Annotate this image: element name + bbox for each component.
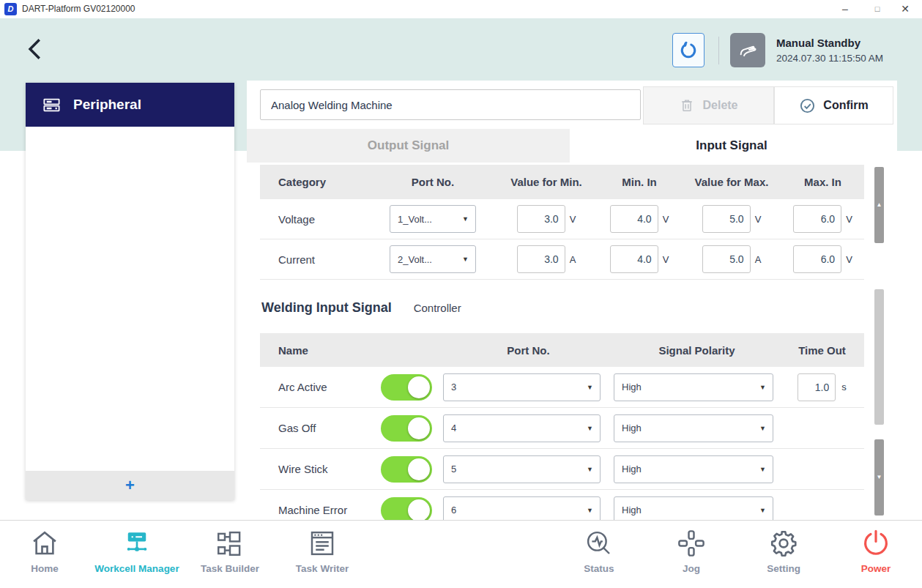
- task-builder-icon: [215, 528, 245, 559]
- scroll-up-button[interactable]: ▲: [874, 167, 884, 243]
- analog-table-header: Category Port No. Value for Min. Min. In…: [260, 165, 864, 199]
- chevron-down-icon: ▼: [759, 384, 766, 391]
- toggle-knob: [408, 458, 430, 480]
- robot-status-label: Manual Standby: [776, 37, 860, 49]
- current-value-for-max-input[interactable]: [702, 245, 751, 273]
- col-port-no: Port No.: [507, 344, 549, 357]
- voltage-port-dropdown[interactable]: 1_Volt... ▼: [390, 205, 476, 233]
- row-label: Arc Active: [260, 381, 327, 393]
- back-button[interactable]: [22, 35, 50, 63]
- current-max-in-input[interactable]: [793, 245, 841, 273]
- unit-label: V: [755, 214, 762, 225]
- current-min-in-input[interactable]: [610, 245, 658, 273]
- unit-label: s: [841, 382, 847, 392]
- dropdown-value: 6: [451, 505, 456, 516]
- dropdown-value: 5: [451, 464, 456, 475]
- col-signal-polarity: Signal Polarity: [658, 344, 735, 357]
- nav-power[interactable]: Power: [817, 528, 922, 574]
- voltage-min-in-input[interactable]: [610, 205, 658, 233]
- dropdown-value: 1_Volt...: [398, 214, 432, 225]
- wire-stick-polarity-dropdown[interactable]: High ▼: [614, 455, 773, 483]
- voltage-value-for-min-input[interactable]: [517, 205, 565, 233]
- current-value-for-min-input[interactable]: [517, 245, 565, 273]
- dropdown-value: High: [622, 423, 642, 433]
- arc-active-polarity-dropdown[interactable]: High ▼: [614, 373, 773, 401]
- header-background-right: [897, 81, 922, 151]
- header-background: [0, 18, 922, 81]
- gas-off-port-dropdown[interactable]: 4 ▼: [443, 414, 601, 442]
- wire-stick-toggle[interactable]: [381, 456, 432, 483]
- dropdown-value: 4: [451, 423, 456, 433]
- arc-active-timeout-input[interactable]: [798, 373, 836, 401]
- delete-button[interactable]: Delete: [643, 86, 774, 124]
- scroll-down-button[interactable]: ▼: [874, 439, 884, 516]
- dropdown-value: High: [622, 505, 642, 516]
- nav-task-writer[interactable]: Task Writer: [264, 528, 381, 574]
- window-title: DART-Platform GV02120000: [22, 4, 135, 14]
- confirm-check-icon: [799, 97, 816, 114]
- col-category: Category: [260, 176, 326, 188]
- chevron-down-icon: ▼: [759, 425, 766, 432]
- unit-label: V: [663, 214, 669, 225]
- table-row-current: Current 2_Volt... ▼ A V A V: [260, 239, 864, 280]
- robot-gripper-icon: [677, 40, 699, 62]
- add-peripheral-button[interactable]: +: [26, 471, 234, 500]
- wire-stick-port-dropdown[interactable]: 5 ▼: [443, 455, 601, 483]
- dropdown-value: 2_Volt...: [398, 254, 432, 265]
- peripheral-icon: [42, 95, 62, 115]
- peripheral-sidebar-header: Peripheral: [26, 83, 234, 127]
- home-icon: [29, 528, 60, 559]
- task-writer-icon: [307, 528, 338, 559]
- hand-icon: [736, 39, 759, 62]
- voltage-max-in-input[interactable]: [793, 205, 841, 233]
- col-value-for-max: Value for Max.: [695, 176, 769, 188]
- gas-off-polarity-dropdown[interactable]: High ▼: [614, 414, 773, 442]
- app-logo-icon: D: [4, 3, 17, 15]
- tab-output-signal[interactable]: Output Signal: [247, 129, 570, 163]
- scrollbar-thumb[interactable]: [874, 289, 884, 425]
- col-min-in: Min. In: [622, 176, 657, 188]
- maximize-button[interactable]: □: [865, 0, 890, 18]
- welding-section-header: Welding Input Signal Controller: [261, 300, 461, 316]
- col-max-in: Max. In: [804, 176, 841, 188]
- machine-error-polarity-dropdown[interactable]: High ▼: [614, 496, 773, 521]
- arc-active-port-dropdown[interactable]: 3 ▼: [443, 373, 601, 401]
- signal-row-machine-error: Machine Error 6 ▼ High ▼: [260, 490, 864, 520]
- dropdown-value: High: [622, 382, 642, 392]
- manual-mode-badge[interactable]: [730, 33, 765, 67]
- section-title: Welding Input Signal: [261, 300, 392, 316]
- signal-row-wire-stick: Wire Stick 5 ▼ High ▼: [260, 449, 864, 490]
- tab-input-signal[interactable]: Input Signal: [570, 129, 893, 163]
- arc-active-toggle[interactable]: [381, 374, 432, 401]
- unit-label: V: [663, 254, 669, 265]
- confirm-button[interactable]: Confirm: [774, 86, 893, 124]
- row-label: Voltage: [260, 213, 315, 226]
- robot-gripper-button[interactable]: [672, 33, 704, 67]
- machine-error-port-dropdown[interactable]: 6 ▼: [443, 496, 601, 521]
- signal-table-header: Name Port No. Signal Polarity Time Out: [260, 333, 864, 367]
- dropdown-value: 3: [451, 382, 456, 392]
- workcell-manager-icon: [122, 528, 152, 559]
- chevron-down-icon: ▼: [587, 425, 593, 432]
- peripheral-name-input[interactable]: [260, 89, 641, 120]
- unit-label: V: [846, 214, 852, 225]
- current-port-dropdown[interactable]: 2_Volt... ▼: [390, 245, 476, 273]
- section-subtitle: Controller: [414, 302, 461, 314]
- bottom-navigation: Home Workcell Manager: [0, 520, 922, 588]
- voltage-value-for-max-input[interactable]: [702, 205, 751, 233]
- row-label: Gas Off: [260, 422, 316, 434]
- sidebar-title: Peripheral: [73, 97, 141, 113]
- close-button[interactable]: ✕: [893, 0, 918, 18]
- plus-icon: +: [125, 476, 135, 494]
- table-row-voltage: Voltage 1_Volt... ▼ V V V V: [260, 199, 864, 239]
- main-panel: Delete Confirm Output Signal Input Signa…: [247, 81, 897, 520]
- chevron-down-icon: ▼: [587, 466, 593, 473]
- chevron-down-icon: ▼: [587, 384, 593, 391]
- minimize-button[interactable]: –: [833, 0, 858, 18]
- gas-off-toggle[interactable]: [381, 415, 432, 442]
- gear-icon: [768, 528, 799, 559]
- machine-error-toggle[interactable]: [381, 497, 432, 521]
- jog-icon: [676, 528, 707, 559]
- row-label: Wire Stick: [260, 463, 328, 475]
- confirm-button-label: Confirm: [823, 99, 868, 112]
